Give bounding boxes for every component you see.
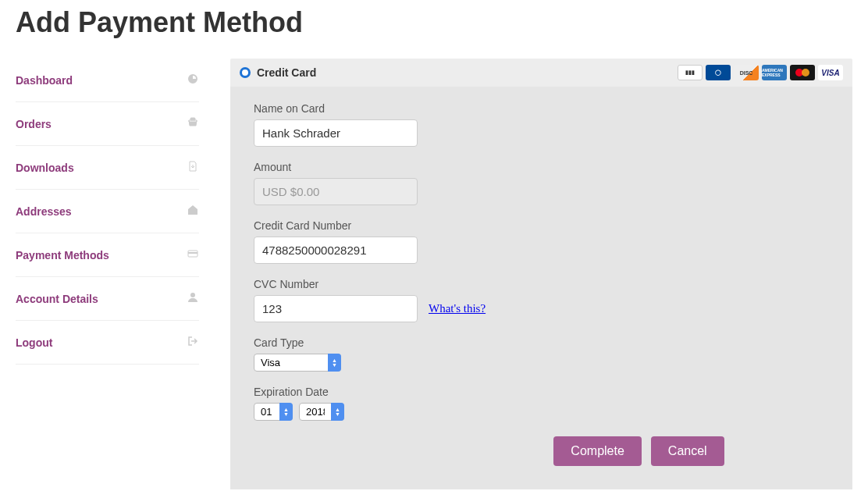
card-type-label: Card Type <box>254 336 829 349</box>
cvc-label: CVC Number <box>254 278 829 290</box>
sidebar-item-account-details[interactable]: Account Details <box>16 277 199 321</box>
sidebar-item-payment-methods[interactable]: Payment Methods <box>16 233 199 277</box>
expiry-month-select[interactable]: 01 <box>254 403 293 421</box>
sidebar-item-label: Addresses <box>16 205 72 218</box>
page-title: Add Payment Method <box>16 6 852 39</box>
credit-card-radio[interactable] <box>240 67 251 78</box>
sidebar-item-label: Dashboard <box>16 74 73 87</box>
amount-input <box>254 178 418 205</box>
sidebar-item-label: Downloads <box>16 162 74 174</box>
card-type-select[interactable]: Visa <box>254 354 341 372</box>
mastercard-icon <box>790 65 815 80</box>
svg-point-2 <box>190 293 195 297</box>
logout-icon <box>187 335 199 350</box>
cc-number-input[interactable] <box>254 237 418 264</box>
cc-number-label: Credit Card Number <box>254 219 829 232</box>
name-on-card-label: Name on Card <box>254 102 829 115</box>
sidebar-item-downloads[interactable]: Downloads <box>16 146 199 190</box>
credit-card-header: Credit Card ▮▮▮ ◯ DISC AMERICAN EXPRESS … <box>230 59 852 87</box>
amex-icon: AMERICAN EXPRESS <box>762 65 787 80</box>
downloads-icon <box>187 160 199 175</box>
dashboard-icon <box>187 73 199 87</box>
sidebar-item-label: Orders <box>16 118 52 130</box>
credit-card-label: Credit Card <box>257 66 316 79</box>
sidebar-item-dashboard[interactable]: Dashboard <box>16 59 199 102</box>
sidebar-item-label: Payment Methods <box>16 249 109 261</box>
payment-methods-icon <box>187 247 199 262</box>
addresses-icon <box>187 204 199 219</box>
expiration-date-label: Expiration Date <box>254 386 829 398</box>
payment-form-panel: Credit Card ▮▮▮ ◯ DISC AMERICAN EXPRESS … <box>230 59 852 489</box>
sidebar-item-addresses[interactable]: Addresses <box>16 190 199 233</box>
sidebar-item-orders[interactable]: Orders <box>16 102 199 146</box>
cancel-button[interactable]: Cancel <box>651 436 724 466</box>
orders-icon <box>187 116 199 131</box>
card-brands: ▮▮▮ ◯ DISC AMERICAN EXPRESS VISA <box>678 65 843 80</box>
sidebar-item-label: Account Details <box>16 293 98 305</box>
cvc-input[interactable] <box>254 295 418 322</box>
sidebar-item-label: Logout <box>16 336 52 349</box>
account-sidebar: Dashboard Orders Downloads Addresses Pay… <box>16 59 199 489</box>
expiry-year-select[interactable]: 2018 <box>299 403 344 421</box>
sidebar-item-logout[interactable]: Logout <box>16 321 199 365</box>
visa-icon: VISA <box>818 65 843 80</box>
cvc-help-link[interactable]: What's this? <box>429 302 486 315</box>
name-on-card-input[interactable] <box>254 119 418 147</box>
credit-card-form: Name on Card Amount Credit Card Number C… <box>230 87 852 489</box>
svg-rect-1 <box>188 252 197 254</box>
jcb-icon: ▮▮▮ <box>678 65 703 80</box>
diners-icon: ◯ <box>706 65 731 80</box>
discover-icon: DISC <box>734 65 759 80</box>
account-details-icon <box>187 291 199 306</box>
amount-label: Amount <box>254 161 829 173</box>
complete-button[interactable]: Complete <box>553 436 641 466</box>
